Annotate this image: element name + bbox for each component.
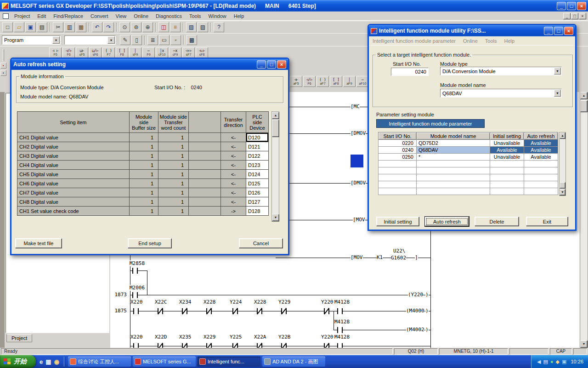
start-button[interactable]: 开始 xyxy=(0,355,36,368)
find-icon[interactable]: ⊙ xyxy=(119,22,130,32)
mdi-minimize-button[interactable]: _ xyxy=(563,13,571,19)
ladder-contact[interactable] xyxy=(337,308,343,314)
initial-setting-cell[interactable]: Available xyxy=(490,147,524,154)
utility-titlebar[interactable]: Intelligent function module utility F:\S… xyxy=(369,25,575,36)
model-name-cell[interactable] xyxy=(417,188,490,195)
mdi-close-button[interactable]: × xyxy=(579,13,586,19)
auto-refresh-cell[interactable] xyxy=(524,174,558,181)
module-type-selector[interactable]: D/A Conversion Module ▼ xyxy=(440,67,562,75)
auto-refresh-cell[interactable]: Available xyxy=(524,140,558,147)
taskbar-task-melsoft[interactable]: MELSOFT series G... xyxy=(133,356,196,367)
model-name-cell[interactable] xyxy=(417,161,490,167)
scroll-up-button[interactable]: ▲ xyxy=(272,112,279,119)
menu-tools[interactable]: Tools xyxy=(186,12,205,20)
ladder-contact-nc[interactable] xyxy=(281,308,287,314)
initial-setting-cell[interactable] xyxy=(490,174,524,181)
auto-refresh-cell[interactable] xyxy=(524,161,558,167)
initial-setting-cell[interactable]: Unavailable xyxy=(490,154,524,161)
open-contact-button[interactable]: ⊣ ⊢F5 xyxy=(49,47,62,58)
ladder-aF7-button[interactable]: ( )aF7 xyxy=(317,76,329,87)
plc-device-cell[interactable]: D124 xyxy=(246,170,269,179)
save-icon[interactable]: ▣ xyxy=(25,22,36,32)
taskbar-task-utility[interactable]: Intelligent func... xyxy=(198,356,260,367)
start-io-cell[interactable] xyxy=(379,188,417,195)
start-io-cell[interactable] xyxy=(379,161,417,167)
ladder-aF9-button[interactable]: │aF9 xyxy=(343,76,356,87)
coil-button[interactable]: ( )F7 xyxy=(102,47,115,58)
chevron-down-icon[interactable]: ▼ xyxy=(52,36,60,44)
utility-menu-help[interactable]: Help xyxy=(500,37,518,45)
ladder-contact-nc[interactable] xyxy=(257,343,262,348)
auto-refresh-cell[interactable] xyxy=(524,188,558,195)
start-io-cell[interactable] xyxy=(379,181,417,188)
tab-project[interactable]: Project xyxy=(6,334,32,342)
ladder-contact[interactable] xyxy=(132,268,138,274)
start-io-cell[interactable] xyxy=(379,174,417,181)
vertical-scrollbar[interactable]: ▲ ▼ xyxy=(580,92,588,348)
edit-ladder-icon[interactable]: ✎ xyxy=(120,35,130,45)
menu-online[interactable]: Online xyxy=(130,12,152,20)
scroll-down-button[interactable]: ▼ xyxy=(560,189,565,196)
utility-menu-intelligent-function-module-parameter[interactable]: Intelligent function module parameter xyxy=(369,37,459,45)
ladder-mode-icon[interactable]: ◫ xyxy=(158,22,169,32)
menu-window[interactable]: Window xyxy=(205,12,230,20)
taskbar-task-chat[interactable]: 综合讨论 工控人... xyxy=(68,356,131,367)
ladder-contact-nc[interactable] xyxy=(257,308,262,314)
close-icon[interactable]: × xyxy=(564,27,573,35)
delete-button[interactable]: Delete xyxy=(475,217,519,226)
scrollbar-thumb[interactable] xyxy=(560,182,565,189)
plc-device-cell[interactable]: D120 xyxy=(246,133,269,142)
network-icon[interactable]: ▣ xyxy=(562,359,566,364)
undo-icon[interactable]: ↶ xyxy=(92,22,102,32)
start-io-cell[interactable]: 0240 xyxy=(379,147,417,154)
chevron-down-icon[interactable]: ▼ xyxy=(107,36,115,44)
initial-setting-cell[interactable] xyxy=(490,181,524,188)
menu-help[interactable]: Help xyxy=(230,12,248,20)
taskbar-task-paint[interactable]: AD AND DA 2 - 画图 xyxy=(262,356,325,367)
write-mode-icon[interactable]: ▨ xyxy=(198,22,208,32)
closed-contact-button[interactable]: ⊣/⊢F6 xyxy=(62,47,75,58)
menu-find-replace[interactable]: Find/Replace xyxy=(50,12,87,20)
program-selector[interactable]: Program ▼ xyxy=(2,35,61,45)
plc-device-cell[interactable]: D123 xyxy=(246,161,269,170)
utility-menu-tools[interactable]: Tools xyxy=(481,37,501,45)
table-scrollbar[interactable]: ▲ ▼ xyxy=(559,132,566,196)
scroll-down-button[interactable]: ▼ xyxy=(580,340,588,348)
model-name-cell[interactable]: Q68DAV xyxy=(417,147,490,154)
open-folder-icon[interactable]: ▱ xyxy=(14,22,24,32)
show-desktop-icon[interactable]: ▦ xyxy=(45,358,51,365)
plc-device-cell[interactable]: D126 xyxy=(246,188,269,197)
menu-convert[interactable]: Convert xyxy=(87,12,112,20)
dock-icon-1[interactable]: ▪ xyxy=(0,63,6,69)
cut-icon[interactable]: ✂ xyxy=(53,22,63,32)
delete-vertical-line-button[interactable]: │xcF10 xyxy=(156,47,168,58)
ladder-contact-nc[interactable] xyxy=(281,343,287,348)
zoom-icon[interactable]: ⊕ xyxy=(142,22,153,32)
application-instruction-button[interactable]: [ ]F8 xyxy=(116,47,128,58)
initial-setting-button[interactable]: Initial setting xyxy=(376,217,419,226)
toolbar-grip[interactable] xyxy=(3,49,4,61)
initial-setting-cell[interactable]: Unavailable xyxy=(490,140,524,147)
ime-icon[interactable]: ▤ xyxy=(543,359,548,364)
device-monitor-icon[interactable]: ▩ xyxy=(187,35,197,45)
ladder-contact-nc[interactable] xyxy=(324,308,329,314)
ladder-aF8-button[interactable]: [ ]aF8 xyxy=(330,76,342,87)
ladder-contact-nc[interactable] xyxy=(324,343,329,348)
closed-branch-button[interactable]: ⊔/⊢sF6 xyxy=(89,47,102,58)
note-icon[interactable]: ▫ xyxy=(170,35,181,45)
ladder-contact-nc[interactable] xyxy=(158,343,163,348)
falling-pulse-button[interactable]: ⊣↓⊢sF8 xyxy=(196,47,208,58)
ladder-contact-nc[interactable] xyxy=(232,308,238,314)
auto-refresh-cell[interactable]: Available xyxy=(524,147,558,154)
ladder-contact[interactable] xyxy=(337,327,343,333)
model-name-selector[interactable]: Q68DAV ▼ xyxy=(440,89,562,98)
main-titlebar[interactable]: MELSOFT series GX Developer F:\SST\polis… xyxy=(0,0,588,12)
plc-device-cell[interactable]: D122 xyxy=(246,151,269,161)
plc-device-cell[interactable]: D121 xyxy=(246,142,269,151)
exit-button[interactable]: Exit xyxy=(526,217,568,226)
device-comment-icon[interactable]: ≣ xyxy=(147,35,158,45)
find-replace-icon[interactable]: ⊚ xyxy=(131,22,141,32)
monitor-mode-icon[interactable]: ▧ xyxy=(186,22,197,32)
end-setup-button[interactable]: End setup xyxy=(128,238,172,248)
model-name-cell[interactable] xyxy=(417,181,490,188)
